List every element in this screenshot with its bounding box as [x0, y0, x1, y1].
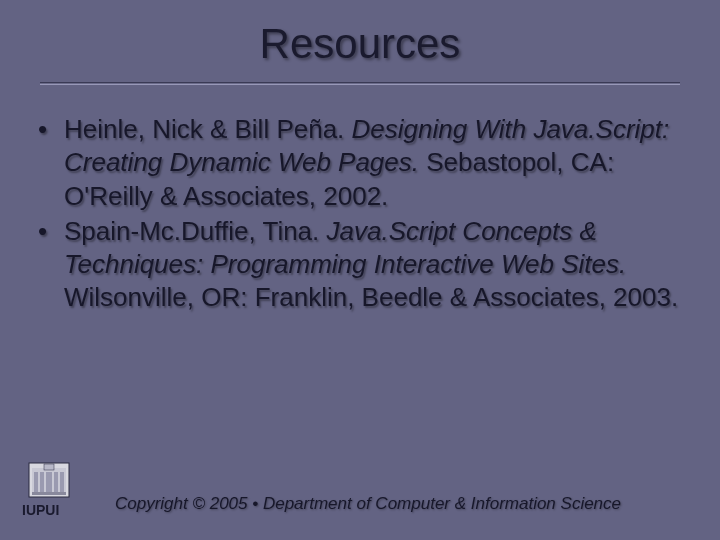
svg-rect-3 — [34, 472, 38, 492]
svg-rect-5 — [46, 472, 52, 492]
citation-rest: Wilsonville, OR: Franklin, Beedle & Asso… — [64, 282, 678, 312]
citation-author: Heinle, Nick & Bill Peña. — [64, 114, 352, 144]
list-item: Spain-Mc.Duffie, Tina. Java.Script Conce… — [36, 215, 684, 315]
slide-footer: IUPUI Copyright © 2005 • Department of C… — [0, 462, 720, 518]
building-icon — [28, 462, 70, 498]
citation-author: Spain-Mc.Duffie, Tina. — [64, 216, 327, 246]
svg-rect-6 — [54, 472, 58, 492]
svg-rect-2 — [44, 464, 54, 470]
svg-rect-7 — [60, 472, 64, 492]
list-item: Heinle, Nick & Bill Peña. Designing With… — [36, 113, 684, 213]
slide-title: Resources — [0, 0, 720, 82]
slide-content: Heinle, Nick & Bill Peña. Designing With… — [0, 85, 720, 315]
copyright-text: Copyright © 2005 • Department of Compute… — [38, 494, 698, 518]
svg-rect-4 — [40, 472, 44, 492]
bullet-list: Heinle, Nick & Bill Peña. Designing With… — [36, 113, 684, 315]
